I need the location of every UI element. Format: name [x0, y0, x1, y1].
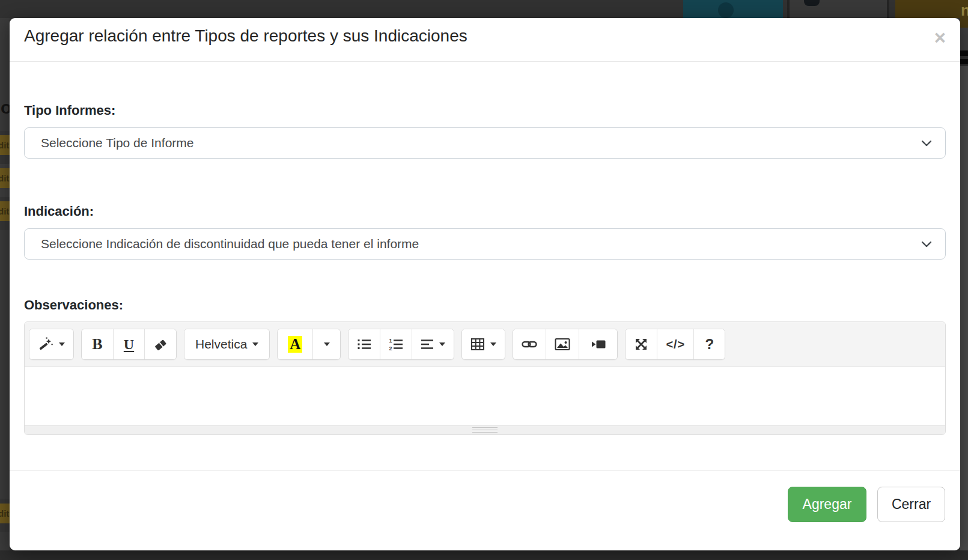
modal-footer: Agregar Cerrar: [10, 470, 960, 550]
caret-down-icon: [324, 342, 330, 346]
eraser-icon: [153, 337, 168, 352]
caret-down-icon: [490, 342, 496, 346]
underline-glyph: U: [124, 337, 134, 352]
indicacion-label: Indicación:: [24, 204, 946, 219]
tipo-informes-select[interactable]: Seleccione Tipo de Informe: [24, 127, 946, 159]
tipo-informes-label: Tipo Informes:: [24, 103, 946, 118]
edit-badge: dit: [0, 201, 10, 221]
user-icon: [804, 0, 820, 6]
caret-down-icon: [439, 342, 445, 346]
edit-badge: dit: [0, 135, 10, 155]
underline-button[interactable]: U: [113, 329, 144, 359]
magic-style-button[interactable]: [29, 329, 73, 359]
font-style-group: B U: [81, 329, 177, 360]
help-button[interactable]: ?: [693, 329, 725, 359]
tipo-informes-selected-value: Seleccione Tipo de Informe: [41, 136, 193, 150]
edit-badge: dit: [0, 504, 10, 523]
fullscreen-icon: [634, 337, 648, 352]
video-icon: [591, 338, 606, 351]
modal-body: Tipo Informes: Seleccione Tipo de Inform…: [10, 62, 960, 470]
backdrop-right-bars: [960, 50, 968, 66]
backdrop-text-fragment: n: [961, 1, 968, 20]
cerrar-button[interactable]: Cerrar: [877, 487, 945, 522]
link-icon: [522, 338, 537, 351]
codeview-glyph: </>: [666, 338, 685, 352]
caret-down-icon: [252, 342, 258, 346]
paragraph-align-icon: [421, 338, 434, 351]
color-group: A: [277, 329, 341, 360]
picture-icon: [555, 338, 570, 351]
link-button[interactable]: [513, 329, 546, 359]
edit-badge: dit: [0, 168, 10, 188]
backdrop-topbar: [0, 0, 968, 18]
backdrop-teal-button: [683, 0, 783, 18]
fontname-group: Helvetica: [184, 329, 270, 360]
observaciones-editing-area[interactable]: [25, 367, 945, 425]
bold-glyph: B: [92, 336, 102, 352]
backdrop-bar: [960, 50, 968, 56]
codeview-button[interactable]: </>: [657, 329, 693, 359]
font-color-glyph: A: [288, 336, 302, 353]
backdrop-left-strip: o dit dit dit dit: [0, 18, 10, 550]
close-icon[interactable]: ×: [934, 28, 946, 47]
indicacion-select[interactable]: Seleccione Indicación de discontinuidad …: [24, 228, 946, 260]
view-group: </> ?: [625, 329, 725, 360]
backdrop-teal-icon: [718, 2, 734, 18]
help-glyph: ?: [705, 336, 714, 353]
font-color-button[interactable]: A: [278, 329, 312, 359]
magic-wand-icon: [38, 337, 53, 352]
indicacion-selected-value: Seleccione Indicación de discontinuidad …: [41, 237, 419, 251]
svg-text:2: 2: [389, 345, 392, 351]
observaciones-editor: B U: [24, 321, 946, 435]
unordered-list-button[interactable]: [349, 329, 380, 359]
chevron-down-icon: [921, 241, 932, 248]
fontname-button[interactable]: Helvetica: [184, 329, 269, 359]
editor-toolbar: B U: [25, 322, 945, 367]
resize-grip-icon: [472, 427, 498, 433]
paragraph-group: 1 2: [348, 329, 454, 360]
backdrop-right-brown: [960, 18, 968, 28]
observaciones-label: Observaciones:: [24, 297, 946, 313]
chevron-down-icon: [921, 140, 932, 147]
unordered-list-icon: [357, 338, 371, 351]
table-group: [461, 329, 505, 360]
editor-resize-handle[interactable]: [25, 425, 945, 434]
backdrop-bottom-strip: [0, 550, 968, 560]
modal-header: Agregar relación entre Tipos de reportes…: [10, 18, 960, 62]
video-button[interactable]: [579, 329, 617, 359]
picture-button[interactable]: [546, 329, 579, 359]
ordered-list-icon: 1 2: [389, 338, 403, 351]
table-icon: [470, 338, 485, 351]
svg-text:1: 1: [389, 338, 392, 344]
add-relation-modal: Agregar relación entre Tipos de reportes…: [10, 18, 960, 550]
color-dropdown-button[interactable]: [312, 329, 340, 359]
bold-button[interactable]: B: [82, 329, 113, 359]
paragraph-align-button[interactable]: [412, 329, 454, 359]
backdrop-brown-segment: [895, 0, 968, 18]
backdrop-bar: [960, 59, 968, 64]
caret-down-icon: [59, 342, 65, 346]
ordered-list-button[interactable]: 1 2: [380, 329, 412, 359]
insert-group: [513, 329, 618, 360]
style-group: [29, 329, 74, 360]
backdrop-right-dark: [960, 28, 968, 50]
modal-title: Agregar relación entre Tipos de reportes…: [24, 26, 946, 46]
fullscreen-button[interactable]: [626, 329, 657, 359]
table-button[interactable]: [462, 329, 505, 359]
backdrop-user-segment: [787, 0, 889, 18]
fontname-label: Helvetica: [195, 337, 247, 352]
backdrop-right-strip: [960, 18, 968, 550]
backdrop-heading-fragment: o: [1, 97, 10, 118]
clear-format-button[interactable]: [144, 329, 176, 359]
agregar-button[interactable]: Agregar: [788, 487, 866, 522]
